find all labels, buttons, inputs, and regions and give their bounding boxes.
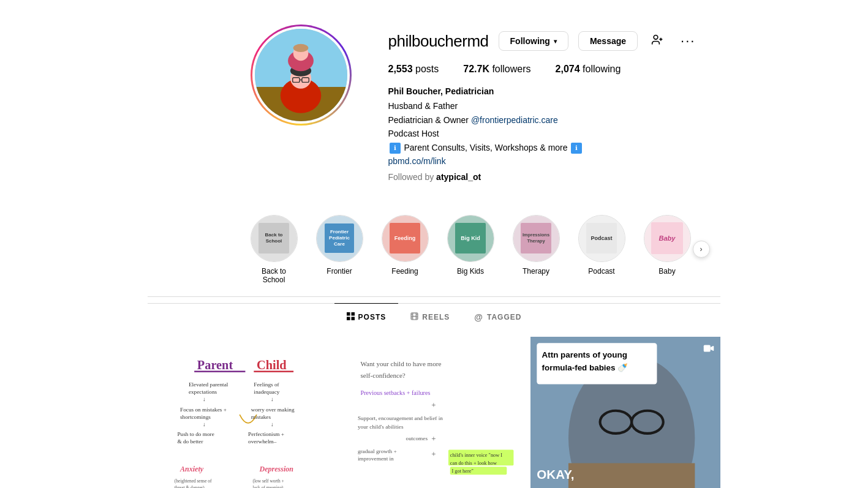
- post-item-2[interactable]: Want your child to have more self-confid…: [339, 337, 529, 488]
- post-3-image: Attn parents of young formula-fed babies…: [530, 337, 720, 488]
- add-person-icon: [651, 34, 663, 46]
- highlights-next-button[interactable]: ›: [693, 241, 710, 258]
- highlight-circle-back-to-school: Back toSchool: [251, 215, 298, 262]
- emoji-icon-2: ℹ: [571, 143, 582, 154]
- highlight-baby[interactable]: Baby Baby: [644, 215, 691, 276]
- tabs-section: POSTS REELS @ TAGGED: [148, 303, 720, 331]
- highlight-label-frontier: Frontier: [326, 267, 352, 276]
- svg-text:threat & danger): threat & danger): [175, 485, 205, 488]
- profile-section: philbouchermd Following ▾ Message ···: [128, 0, 741, 203]
- avatar: [252, 26, 350, 124]
- posts-stat: 2,553 posts: [388, 64, 439, 75]
- svg-text:(low self worth +: (low self worth +: [252, 478, 284, 484]
- more-options-button[interactable]: ···: [677, 31, 699, 51]
- svg-text:Child: Child: [257, 358, 287, 372]
- highlight-circle-baby: Baby: [644, 215, 691, 262]
- svg-text:↓: ↓: [271, 421, 274, 427]
- svg-text:Previous setbacks + failures: Previous setbacks + failures: [360, 389, 430, 396]
- svg-text:worry over making: worry over making: [251, 407, 295, 413]
- following-stat[interactable]: 2,074 following: [556, 64, 621, 75]
- svg-rect-14: [347, 312, 350, 316]
- svg-text:+: +: [431, 400, 436, 410]
- svg-text:& do better: & do better: [177, 438, 203, 445]
- highlight-label-podcast: Podcast: [588, 267, 614, 276]
- svg-rect-76: [568, 463, 695, 488]
- svg-text:improvement in: improvement in: [358, 456, 394, 462]
- highlight-label-feeding: Feeding: [391, 267, 418, 276]
- add-person-button[interactable]: [647, 31, 667, 51]
- tab-posts[interactable]: POSTS: [334, 303, 399, 331]
- svg-text:lack of meaning): lack of meaning): [252, 485, 284, 488]
- frontier-link[interactable]: @frontierpediatric.care: [471, 115, 558, 125]
- svg-text:Support, encouragement and bel: Support, encouragement and belief in: [358, 415, 443, 421]
- bio-section: Phil Boucher, Pediatrician Husband & Fat…: [388, 84, 704, 184]
- highlight-label-back-to-school: Back to School: [251, 267, 298, 284]
- highlight-circle-big-kids: Big Kid: [447, 215, 494, 262]
- svg-rect-15: [351, 312, 355, 316]
- posts-grid: Parent Child Elevated parental expectati…: [148, 331, 720, 488]
- svg-text:child's inner voice "now I: child's inner voice "now I: [450, 452, 502, 458]
- highlight-podcast[interactable]: Podcast Podcast: [578, 215, 625, 276]
- highlights-section: Back toSchool Back to School FrontierPed…: [128, 203, 741, 296]
- svg-text:IF YOU: IF YOU: [537, 486, 568, 488]
- svg-text:Parent: Parent: [197, 358, 233, 372]
- svg-text:↓: ↓: [203, 421, 206, 427]
- svg-text:Anxiety: Anxiety: [179, 464, 204, 473]
- post-item-1[interactable]: Parent Child Elevated parental expectati…: [148, 337, 338, 488]
- follower-link[interactable]: atypical_ot: [436, 172, 481, 182]
- svg-rect-16: [347, 317, 350, 320]
- svg-text:can do this + look how: can do this + look how: [450, 460, 496, 465]
- chevron-down-icon: ▾: [554, 38, 557, 45]
- svg-text:Feelings of: Feelings of: [254, 381, 279, 388]
- highlight-frontier[interactable]: FrontierPediatricCare Frontier: [316, 215, 363, 276]
- svg-text:outcomes: outcomes: [406, 435, 428, 441]
- svg-rect-84: [704, 345, 711, 351]
- highlight-label-baby: Baby: [659, 267, 675, 276]
- bio-name: Phil Boucher, Pediatrician: [388, 84, 704, 98]
- ellipsis-icon: ···: [681, 33, 695, 48]
- bio-link-line: pbmd.co/m/link: [388, 154, 704, 168]
- svg-text:shortcomings: shortcomings: [180, 414, 211, 420]
- profile-link[interactable]: pbmd.co/m/link: [388, 156, 446, 166]
- svg-text:inadequacy: inadequacy: [254, 389, 279, 395]
- tab-tagged[interactable]: @ TAGGED: [462, 303, 534, 331]
- svg-text:Elevated parental: Elevated parental: [189, 381, 228, 388]
- highlight-feeding[interactable]: Feeding Feeding: [382, 215, 429, 276]
- svg-text:+: +: [431, 434, 436, 443]
- chevron-right-icon: ›: [700, 245, 703, 253]
- svg-rect-17: [351, 317, 355, 320]
- message-button[interactable]: Message: [578, 31, 638, 51]
- svg-text:Attn parents of young: Attn parents of young: [542, 350, 627, 359]
- tab-reels[interactable]: REELS: [398, 303, 462, 331]
- svg-text:self-confidence?: self-confidence?: [360, 372, 405, 379]
- emoji-icon-1: ℹ: [390, 143, 401, 154]
- bio-line3: Podcast Host: [388, 127, 704, 140]
- highlight-circle-frontier: FrontierPediatricCare: [316, 215, 363, 262]
- username: philbouchermd: [388, 32, 489, 51]
- following-button[interactable]: Following ▾: [499, 31, 568, 51]
- post-2-image: Want your child to have more self-confid…: [349, 347, 519, 488]
- video-icon: [702, 342, 715, 358]
- bio-line1: Husband & Father: [388, 99, 704, 113]
- profile-info: philbouchermd Following ▾ Message ···: [388, 24, 704, 184]
- svg-text:(heightened sense of: (heightened sense of: [175, 478, 212, 484]
- followers-stat[interactable]: 72.7K followers: [463, 64, 530, 75]
- highlight-big-kids[interactable]: Big Kid Big Kids: [447, 215, 494, 276]
- post-1-image: Parent Child Elevated parental expectati…: [157, 347, 328, 488]
- stats-row: 2,553 posts 72.7K followers 2,074 follow…: [388, 64, 704, 75]
- svg-text:Perfectionism +: Perfectionism +: [248, 431, 284, 437]
- svg-point-11: [654, 35, 658, 39]
- highlight-therapy[interactable]: ImpressionsTherapy Therapy: [513, 215, 560, 276]
- svg-text:mistakes: mistakes: [251, 414, 271, 420]
- bio-line4: ℹ Parent Consults, Visits, Workshops & m…: [388, 141, 704, 154]
- reels-icon: [410, 312, 418, 322]
- highlight-circle-podcast: Podcast: [578, 215, 625, 262]
- highlight-back-to-school[interactable]: Back toSchool Back to School: [251, 215, 298, 284]
- highlight-circle-therapy: ImpressionsTherapy: [513, 215, 560, 262]
- svg-text:Depression: Depression: [259, 464, 294, 473]
- post-item-3[interactable]: Attn parents of young formula-fed babies…: [530, 337, 720, 488]
- profile-header-row: philbouchermd Following ▾ Message ···: [388, 31, 704, 51]
- svg-text:overwhelm–: overwhelm–: [248, 438, 277, 445]
- highlight-label-big-kids: Big Kids: [457, 267, 484, 276]
- svg-point-10: [293, 44, 308, 52]
